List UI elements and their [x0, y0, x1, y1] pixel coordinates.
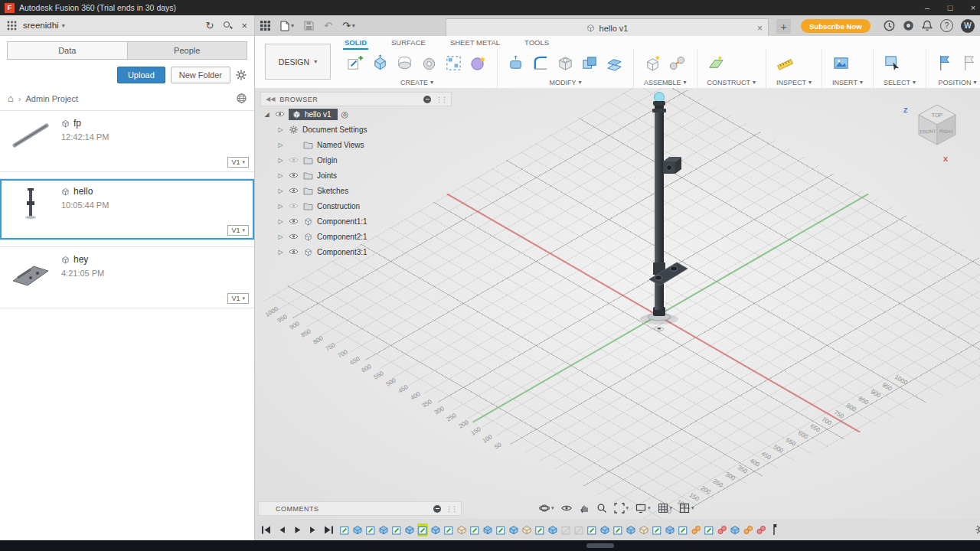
finial-ring-2[interactable]	[655, 106, 664, 109]
viewports-icon[interactable]: ▾	[679, 503, 694, 514]
zoom-icon[interactable]	[596, 503, 607, 514]
timeline-joint-orange-icon[interactable]	[743, 523, 753, 536]
fillet-icon[interactable]	[532, 54, 550, 72]
create-sketch-icon[interactable]	[347, 54, 364, 72]
user-dropdown[interactable]: sreenidhi▾	[23, 21, 65, 30]
comments-bar[interactable]: COMMENTS ⋮⋮	[258, 501, 462, 516]
revert-position-icon[interactable]	[961, 54, 978, 72]
collapse-left-icon[interactable]: ◀◀	[266, 96, 275, 103]
refresh-icon[interactable]: ↻	[206, 20, 214, 31]
select-menu[interactable]: SELECT▾	[884, 77, 916, 86]
expand-arrow-icon[interactable]: ▷	[276, 142, 285, 148]
settings-gear-icon[interactable]	[236, 70, 247, 80]
expand-arrow-icon[interactable]: ▷	[276, 203, 285, 210]
visibility-eye-icon[interactable]	[288, 187, 299, 194]
close-button[interactable]: ×	[962, 0, 980, 15]
sweep-icon[interactable]	[420, 54, 438, 72]
timeline-sketch-icon[interactable]	[495, 523, 506, 536]
expand-arrow-icon[interactable]: ▷	[276, 126, 285, 133]
globe-icon[interactable]	[237, 93, 247, 103]
create-menu[interactable]: CREATE▾	[347, 77, 487, 86]
timeline-extrude-icon[interactable]	[599, 523, 610, 536]
timeline-construction-icon[interactable]	[573, 523, 584, 536]
capture-position-icon[interactable]	[936, 54, 954, 72]
breadcrumb-project[interactable]: Admin Project	[26, 94, 78, 103]
viewport-canvas[interactable]: 1000950900850800750700650600550500450400…	[254, 88, 980, 519]
panel-toggle-icon[interactable]	[423, 96, 431, 103]
file-grid-icon[interactable]	[260, 21, 270, 31]
scrollbar-handle[interactable]	[586, 543, 614, 548]
expand-arrow-icon[interactable]: ▷	[276, 172, 285, 179]
tab-close-icon[interactable]: ×	[757, 23, 763, 34]
timeline-sketch-icon[interactable]	[704, 523, 714, 536]
document-settings-gear-icon[interactable]	[288, 126, 299, 134]
activate-radio-icon[interactable]: ◎	[341, 109, 348, 119]
timeline-joint-orange-icon[interactable]	[691, 523, 701, 536]
tab-tools[interactable]: TOOLS	[523, 38, 550, 50]
step-forward-button[interactable]	[308, 525, 318, 535]
app-grid-icon[interactable]	[7, 21, 17, 31]
timeline-sketch-icon[interactable]	[534, 523, 545, 536]
browser-item-sketches[interactable]: ▷Sketches	[260, 183, 452, 198]
expand-arrow-icon[interactable]: ▷	[276, 218, 285, 225]
panel-grip-icon[interactable]: ⋮⋮	[436, 96, 446, 103]
minimize-button[interactable]: –	[916, 0, 939, 15]
timeline-extrude-icon[interactable]	[430, 523, 441, 536]
subscribe-button[interactable]: Subscribe Now	[801, 19, 871, 33]
display-settings-icon[interactable]: ▾	[635, 503, 651, 514]
pan-icon[interactable]	[579, 503, 590, 514]
upload-button[interactable]: Upload	[117, 67, 165, 83]
offset-face-icon[interactable]	[606, 54, 623, 72]
visibility-eye-icon[interactable]	[288, 217, 299, 225]
inspect-menu[interactable]: INSPECT▾	[776, 77, 812, 86]
save-icon[interactable]	[304, 21, 314, 31]
new-tab-button[interactable]: +	[776, 19, 791, 34]
timeline-extrude-icon[interactable]	[626, 523, 636, 536]
extrude-icon[interactable]	[371, 54, 389, 72]
timeline-extrude-icon[interactable]	[378, 523, 389, 536]
fit-icon[interactable]: ▾	[614, 503, 629, 514]
timeline-sketch-icon[interactable]	[612, 523, 623, 536]
file-card-hey[interactable]: hey4:21:05 PMV1 ▾	[0, 246, 254, 308]
timeline-joint-red-icon[interactable]	[756, 523, 766, 536]
timeline-sketch-icon[interactable]	[443, 523, 454, 536]
timeline-extrude-icon[interactable]	[730, 523, 740, 536]
browser-item-component2-1[interactable]: ▷Component2:1	[260, 229, 452, 244]
new-file-icon[interactable]: ▾	[280, 21, 294, 31]
timeline-sketch-icon[interactable]	[365, 523, 376, 536]
timeline-construction-icon[interactable]	[560, 523, 571, 536]
timeline-extrude-icon[interactable]	[547, 523, 558, 536]
job-status-icon[interactable]	[884, 20, 895, 31]
browser-root-row[interactable]: ◢ hello v1 ◎	[260, 106, 452, 122]
construction-plane-icon[interactable]	[707, 54, 725, 72]
measure-icon[interactable]	[776, 54, 794, 72]
timeline-extrude-icon[interactable]	[665, 523, 675, 536]
new-folder-button[interactable]: New Folder	[171, 67, 230, 83]
timeline-sketch-icon[interactable]	[652, 523, 662, 536]
timeline-extrude-icon[interactable]	[482, 523, 493, 536]
version-badge[interactable]: V1 ▾	[227, 225, 249, 236]
tab-people[interactable]: People	[128, 41, 248, 60]
visibility-eye-icon[interactable]	[288, 233, 299, 240]
timeline-component-icon[interactable]	[456, 523, 467, 536]
shell-icon[interactable]	[557, 54, 574, 72]
grid-snaps-icon[interactable]: ▾	[658, 503, 673, 514]
timeline-extrude-icon[interactable]	[508, 523, 519, 536]
timeline-sketch-icon[interactable]	[339, 523, 350, 536]
tab-sheet-metal[interactable]: SHEET METAL	[449, 38, 501, 50]
document-tab[interactable]: hello v1 ×	[446, 18, 769, 37]
version-badge[interactable]: V1 ▾	[227, 293, 249, 304]
play-button[interactable]	[292, 525, 302, 535]
assemble-menu[interactable]: ASSEMBLE▾	[644, 77, 687, 86]
panel-close-icon[interactable]: ×	[241, 20, 247, 31]
select-window-icon[interactable]	[884, 54, 901, 72]
browser-item-origin[interactable]: ▷Origin	[260, 152, 452, 168]
expand-arrow-icon[interactable]: ▷	[276, 187, 285, 194]
revolve-icon[interactable]	[396, 54, 413, 72]
insert-menu[interactable]: INSERT▾	[832, 77, 863, 86]
model-pole-assembly[interactable]	[628, 88, 712, 341]
skip-to-start-button[interactable]	[260, 525, 272, 535]
browser-root-chip[interactable]: hello v1	[289, 109, 338, 120]
browser-item-named-views[interactable]: ▷Named Views	[260, 137, 452, 152]
timeline-extrude-icon[interactable]	[404, 523, 415, 536]
